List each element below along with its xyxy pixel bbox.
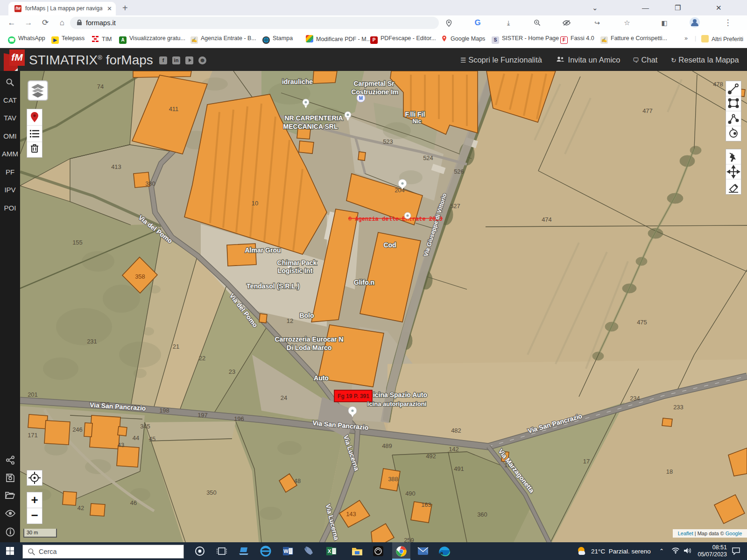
svg-text:259: 259 bbox=[404, 537, 414, 542]
svg-text:Cod: Cod bbox=[383, 241, 396, 249]
svg-text:74: 74 bbox=[97, 83, 104, 90]
svg-text:478: 478 bbox=[713, 81, 723, 88]
svg-text:491: 491 bbox=[454, 465, 464, 472]
svg-text:Fg 19 P. 391: Fg 19 P. 391 bbox=[338, 393, 369, 399]
svg-text:Bolo: Bolo bbox=[299, 312, 314, 319]
svg-text:24: 24 bbox=[281, 394, 287, 401]
svg-text:204: 204 bbox=[395, 187, 405, 194]
svg-text:Costruzione Im: Costruzione Im bbox=[351, 88, 398, 96]
svg-text:icina Spazio Auto: icina Spazio Auto bbox=[373, 391, 427, 399]
svg-text:350: 350 bbox=[206, 489, 217, 496]
svg-text:233: 233 bbox=[673, 404, 684, 411]
svg-text:492: 492 bbox=[426, 453, 436, 460]
svg-text:201: 201 bbox=[28, 391, 38, 398]
svg-text:18: 18 bbox=[666, 468, 673, 475]
svg-text:524: 524 bbox=[423, 154, 433, 161]
svg-text:Carpmetal Sr: Carpmetal Sr bbox=[353, 80, 395, 87]
svg-text:Auto: Auto bbox=[314, 374, 329, 382]
svg-text:Almar Grou: Almar Grou bbox=[245, 246, 281, 254]
svg-text:475: 475 bbox=[637, 319, 647, 326]
svg-text:12: 12 bbox=[287, 317, 293, 324]
svg-text:44: 44 bbox=[133, 434, 139, 441]
svg-text:Nic: Nic bbox=[413, 118, 422, 125]
svg-text:© Agenzia delle Entrate 2023: © Agenzia delle Entrate 2023 bbox=[348, 216, 443, 223]
svg-text:489: 489 bbox=[382, 442, 392, 449]
svg-text:490: 490 bbox=[405, 490, 416, 497]
svg-text:142: 142 bbox=[449, 446, 459, 453]
svg-text:196: 196 bbox=[234, 415, 244, 422]
svg-text:Chimar Pack: Chimar Pack bbox=[277, 259, 317, 266]
svg-text:163: 163 bbox=[421, 501, 431, 508]
svg-text:45: 45 bbox=[149, 435, 155, 442]
svg-text:M: M bbox=[359, 96, 363, 101]
svg-text:477: 477 bbox=[642, 107, 653, 114]
svg-text:21: 21 bbox=[173, 343, 179, 350]
svg-text:46: 46 bbox=[130, 499, 137, 506]
svg-text:523: 523 bbox=[383, 138, 393, 145]
svg-text:Tendasol (S.R.L.): Tendasol (S.R.L.) bbox=[247, 282, 299, 290]
svg-text:526: 526 bbox=[454, 168, 464, 175]
svg-text:413: 413 bbox=[111, 163, 121, 170]
svg-text:Glifo.n: Glifo.n bbox=[354, 279, 374, 286]
svg-text:48: 48 bbox=[294, 477, 301, 484]
svg-text:155: 155 bbox=[72, 239, 83, 246]
svg-text:143: 143 bbox=[346, 511, 356, 518]
svg-text:171: 171 bbox=[28, 432, 38, 439]
svg-text:380: 380 bbox=[145, 180, 155, 187]
svg-text:388: 388 bbox=[388, 476, 398, 483]
svg-text:231: 231 bbox=[87, 338, 97, 345]
svg-text:197: 197 bbox=[197, 412, 208, 419]
svg-text:17: 17 bbox=[583, 458, 590, 465]
svg-text:246: 246 bbox=[72, 426, 83, 433]
svg-text:F.lli Fil: F.lli Fil bbox=[405, 111, 425, 118]
svg-text:42: 42 bbox=[78, 504, 84, 511]
svg-text:X: X bbox=[328, 548, 331, 554]
svg-text:MECCANICA SRL: MECCANICA SRL bbox=[283, 123, 338, 130]
svg-text:234: 234 bbox=[630, 395, 640, 402]
svg-text:icina autoriparazioni: icina autoriparazioni bbox=[367, 400, 426, 407]
svg-text:23: 23 bbox=[229, 368, 235, 375]
svg-text:358: 358 bbox=[135, 273, 145, 280]
svg-text:idrauliche: idrauliche bbox=[282, 78, 313, 85]
svg-text:Logistic Int: Logistic Int bbox=[278, 267, 313, 274]
svg-text:411: 411 bbox=[169, 105, 179, 112]
svg-text:Di Loda Marco: Di Loda Marco bbox=[287, 344, 331, 351]
svg-text:22: 22 bbox=[199, 355, 205, 362]
svg-text:Carrozzeria Eurocar N: Carrozzeria Eurocar N bbox=[275, 336, 343, 343]
svg-text:198: 198 bbox=[159, 407, 169, 414]
svg-text:345: 345 bbox=[140, 423, 150, 430]
svg-text:474: 474 bbox=[542, 216, 552, 223]
svg-text:527: 527 bbox=[450, 203, 460, 210]
svg-text:43: 43 bbox=[118, 441, 124, 448]
svg-text:10: 10 bbox=[252, 200, 258, 207]
svg-text:W: W bbox=[283, 548, 289, 554]
svg-text:NR CARPENTERIA: NR CARPENTERIA bbox=[284, 114, 343, 122]
svg-text:482: 482 bbox=[451, 427, 461, 434]
svg-text:360: 360 bbox=[477, 511, 487, 518]
